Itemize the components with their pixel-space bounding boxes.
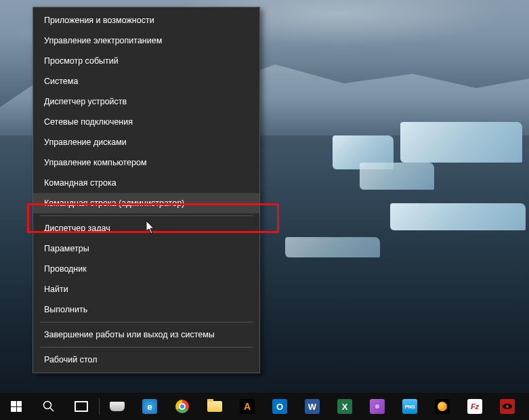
- menu-item-disk-management[interactable]: Управление дисками: [33, 132, 259, 152]
- eye-icon: [500, 399, 515, 414]
- menu-item-power-options[interactable]: Управление электропитанием: [33, 30, 259, 51]
- orb-icon: [435, 399, 450, 414]
- excel-icon: X: [337, 399, 352, 414]
- menu-item-file-explorer[interactable]: Проводник: [33, 259, 259, 279]
- internet-explorer-icon: e: [142, 399, 157, 414]
- task-view-button[interactable]: [65, 393, 98, 420]
- task-view-icon: [75, 401, 88, 412]
- taskbar-app-lightshot[interactable]: [361, 393, 394, 420]
- menu-item-settings[interactable]: Параметры: [33, 238, 259, 259]
- outlook-icon: O: [272, 399, 287, 414]
- menu-item-desktop[interactable]: Рабочий стол: [33, 350, 259, 370]
- menu-item-computer-management[interactable]: Управление компьютером: [33, 152, 259, 173]
- menu-item-command-prompt[interactable]: Командная строка: [33, 173, 259, 193]
- word-icon: W: [305, 399, 320, 414]
- taskbar-app-aimp[interactable]: A: [231, 393, 263, 420]
- device-icon: [110, 402, 125, 411]
- menu-item-system[interactable]: Система: [33, 71, 259, 91]
- taskbar-app-device[interactable]: [101, 393, 133, 420]
- desktop[interactable]: Приложения и возможности Управление элек…: [0, 0, 529, 420]
- menu-item-event-viewer[interactable]: Просмотр событий: [33, 51, 259, 71]
- winx-context-menu: Приложения и возможности Управление элек…: [33, 7, 260, 373]
- taskbar-app-outlook[interactable]: O: [263, 393, 296, 420]
- taskbar-divider: [99, 398, 100, 415]
- taskbar: e A O W X PNG Fz: [0, 393, 529, 420]
- wallpaper-icebergs: [292, 102, 529, 237]
- menu-separator: [40, 347, 253, 348]
- menu-item-search[interactable]: Найти: [33, 279, 259, 299]
- start-button[interactable]: [0, 393, 33, 420]
- chrome-icon: [175, 400, 189, 413]
- taskbar-app-ie[interactable]: e: [133, 393, 166, 420]
- svg-line-1: [50, 408, 54, 411]
- menu-item-command-prompt-admin[interactable]: Командная строка (администратор): [33, 193, 259, 213]
- windows-logo-icon: [11, 401, 22, 412]
- menu-item-device-manager[interactable]: Диспетчер устройств: [33, 91, 259, 112]
- folder-icon: [207, 401, 222, 412]
- menu-separator: [40, 215, 253, 216]
- menu-item-network-connections[interactable]: Сетевые подключения: [33, 112, 259, 132]
- taskbar-app-png[interactable]: PNG: [394, 393, 426, 420]
- taskbar-app-excel[interactable]: X: [329, 393, 361, 420]
- aimp-icon: A: [240, 399, 255, 414]
- taskbar-app-explorer[interactable]: [198, 393, 231, 420]
- png-icon: PNG: [402, 399, 417, 414]
- lightshot-icon: [370, 399, 385, 414]
- menu-separator: [40, 322, 253, 322]
- taskbar-app-filezilla[interactable]: Fz: [459, 393, 491, 420]
- taskbar-app-orb[interactable]: [426, 393, 459, 420]
- search-button[interactable]: [33, 393, 65, 420]
- search-icon: [43, 400, 55, 413]
- svg-point-0: [44, 402, 51, 409]
- taskbar-app-chrome[interactable]: [166, 393, 198, 420]
- menu-item-shutdown-signout[interactable]: Завершение работы или выход из системы: [33, 324, 259, 345]
- menu-item-run[interactable]: Выполнить: [33, 299, 259, 320]
- filezilla-icon: Fz: [467, 399, 482, 414]
- menu-item-task-manager[interactable]: Диспетчер задач: [33, 218, 259, 238]
- taskbar-app-word[interactable]: W: [296, 393, 329, 420]
- taskbar-app-eye[interactable]: [491, 393, 524, 420]
- menu-item-apps-features[interactable]: Приложения и возможности: [33, 10, 259, 30]
